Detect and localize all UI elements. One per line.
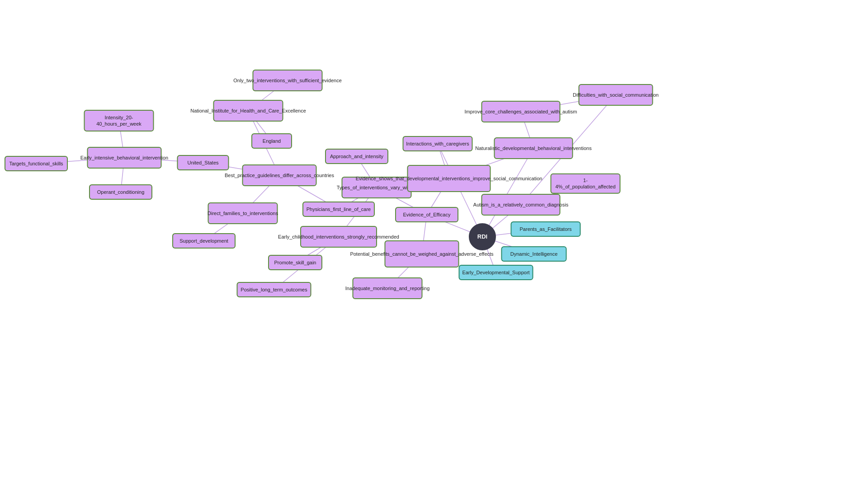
node-only_two[interactable]: Only_two_interventions_with_sufficient_e… [253,70,323,91]
node-interactions[interactable]: Interactions_with_caregivers [403,136,473,151]
node-intensity[interactable]: Intensity_20-40_hours_per_week [84,110,154,131]
node-approach[interactable]: Approach_and_intensity [325,149,388,164]
node-operant[interactable]: Operant_conditioning [89,184,152,200]
node-positive_long[interactable]: Positive_long_term_outcomes [237,282,311,297]
node-evidence_efficacy[interactable]: Evidence_of_Efficacy [395,207,458,222]
node-national_institute[interactable]: National_Institute_for_Health_and_Care_E… [213,100,283,122]
graph-container: RDIOnly_two_interventions_with_sufficien… [0,0,868,488]
node-early_intensive[interactable]: Early_intensive_behavioral_intervention [87,147,162,169]
node-potential_benefits[interactable]: Potential_benefits_cannot_be_weighed_aga… [385,240,459,267]
node-autism_common[interactable]: Autism_is_a_relatively_common_diagnosis [481,194,561,216]
node-inadequate[interactable]: Inadequate_monitoring_and_reporting [353,277,423,299]
node-rdi[interactable]: RDI [469,223,496,250]
node-promote_skill[interactable]: Promote_skill_gain [268,255,322,270]
node-dynamic_intelligence[interactable]: Dynamic_Intelligence [501,246,567,262]
node-best_practice[interactable]: Best_practice_guidelines_differ_across_c… [242,164,317,186]
node-targets_functional[interactable]: Targets_functional_skills [5,156,68,171]
node-england[interactable]: England [251,133,292,149]
node-difficulties_social[interactable]: Difficulties_with_social_communication [579,84,653,106]
node-early_developmental[interactable]: Early_Developmental_Support [459,265,533,280]
node-united_states[interactable]: United_States [177,155,229,170]
node-evidence_shows[interactable]: Evidence_shows_that_developmental_interv… [407,165,491,192]
node-direct_families[interactable]: Direct_families_to_interventions [208,202,278,224]
node-physicians[interactable]: Physicians_first_line_of_care [302,202,375,217]
node-parents_facilitators[interactable]: Parents_as_Facilitators [511,221,581,237]
node-support_development[interactable]: Support_development [172,233,236,249]
node-naturalistic[interactable]: Naturalistic_developmental_behavioral_in… [494,137,573,159]
node-early_childhood[interactable]: Early_childhood_interventions_strongly_r… [300,226,377,248]
node-one_to_four[interactable]: 1-4%_of_population_affected [551,174,621,194]
node-improve_core[interactable]: Improve_core_challenges_associated_with_… [481,101,561,122]
